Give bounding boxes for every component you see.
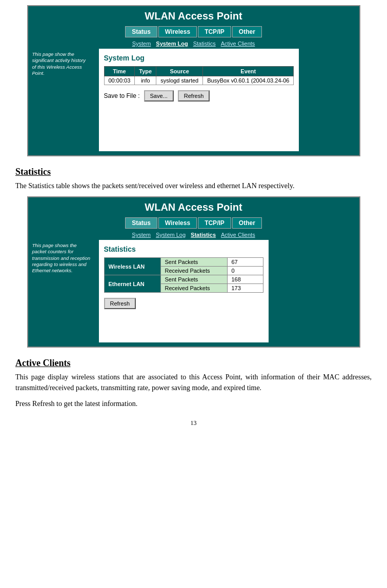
active-clients-heading: Active Clients: [15, 358, 372, 369]
tab-status1[interactable]: Status: [125, 26, 157, 37]
stats-table: Wireless LAN Sent Packets 67 Received Pa…: [104, 257, 263, 293]
screenshot1-frame: WLAN Access Point Status Wireless TCP/IP…: [27, 5, 360, 156]
sub-activeclients2[interactable]: Active Clients: [221, 232, 255, 238]
sidebar2: This page shows the packet counters for …: [28, 240, 95, 347]
frame-inner2: This page shows the packet counters for …: [28, 240, 359, 347]
sub-systemlog1[interactable]: System Log: [156, 40, 188, 47]
log-time: 00:00:03: [104, 76, 135, 85]
tab-tcpip2[interactable]: TCP/IP: [198, 217, 231, 229]
frame-inner1: This page show the significant activity …: [28, 49, 359, 155]
ethernet-sent-row: Ethernet LAN Sent Packets 168: [104, 275, 263, 284]
section-title2: Statistics: [104, 245, 263, 253]
wlan-header2: WLAN Access Point: [28, 197, 359, 215]
refresh-button1[interactable]: Refresh: [178, 90, 210, 102]
tab-status2[interactable]: Status: [125, 217, 157, 229]
save-row: Save to File : Save... Refresh: [104, 90, 294, 102]
wireless-lan-label: Wireless LAN: [104, 258, 160, 275]
active-clients-body2: Press Refresh to get the latest informat…: [15, 398, 372, 409]
tab-tcpip1[interactable]: TCP/IP: [198, 26, 231, 37]
log-col-event: Event: [203, 67, 294, 76]
tab-wireless2[interactable]: Wireless: [158, 217, 197, 229]
wlan-header1: WLAN Access Point: [28, 6, 359, 24]
active-clients-section: Active Clients This page display wireles…: [15, 358, 372, 409]
section-title1: System Log: [104, 54, 294, 62]
tab-wireless1[interactable]: Wireless: [158, 26, 197, 37]
tab-other2[interactable]: Other: [232, 217, 262, 229]
sub-systemlog2[interactable]: System Log: [156, 232, 186, 238]
ethernet-lan-label: Ethernet LAN: [104, 275, 160, 293]
sidebar1: This page show the significant activity …: [28, 49, 95, 155]
log-col-type: Type: [135, 67, 156, 76]
log-type: info: [135, 76, 156, 85]
statistics-heading: Statistics: [15, 167, 372, 177]
wireless-sent-value: 67: [227, 258, 263, 267]
refresh-row: Refresh: [104, 298, 263, 309]
active-clients-body1: This page display wireless stations that…: [15, 372, 372, 393]
wireless-sent-label: Sent Packets: [160, 258, 227, 267]
save-button[interactable]: Save...: [144, 90, 174, 102]
page-number: 13: [15, 419, 372, 427]
log-col-time: Time: [104, 67, 135, 76]
ethernet-received-label: Received Packets: [160, 284, 227, 293]
ethernet-sent-value: 168: [227, 275, 263, 284]
sub-statistics2[interactable]: Statistics: [191, 232, 216, 238]
log-table: Time Type Source Event 00:00:03 info sys…: [104, 66, 294, 85]
ethernet-sent-label: Sent Packets: [160, 275, 227, 284]
refresh-button2[interactable]: Refresh: [104, 298, 136, 309]
statistics-body: The Statistics table shows the packets s…: [15, 180, 372, 191]
log-source: syslogd started: [156, 76, 203, 85]
nav-bar2: Status Wireless TCP/IP Other: [28, 215, 359, 231]
screenshot2-frame: WLAN Access Point Status Wireless TCP/IP…: [27, 196, 360, 348]
sub-nav1: System System Log Statistics Active Clie…: [28, 39, 359, 49]
sub-system1[interactable]: System: [132, 40, 151, 47]
log-event: BusyBox v0.60.1 (2004.03.24-06: [203, 76, 294, 85]
wireless-received-value: 0: [227, 267, 263, 275]
wlan-title1: WLAN Access Point: [145, 10, 242, 22]
sub-activeclients1[interactable]: Active Clients: [221, 40, 255, 47]
sub-nav2: System System Log Statistics Active Clie…: [28, 231, 359, 240]
content-area2: Statistics Wireless LAN Sent Packets 67 …: [99, 240, 269, 342]
nav-bar1: Status Wireless TCP/IP Other: [28, 24, 359, 39]
statistics-section: Statistics The Statistics table shows th…: [15, 167, 372, 191]
log-row-1: 00:00:03 info syslogd started BusyBox v0…: [104, 76, 294, 85]
ethernet-received-value: 173: [227, 284, 263, 293]
content-area1: System Log Time Type Source Event 00:00:…: [99, 49, 299, 151]
log-col-source: Source: [156, 67, 203, 76]
wireless-sent-row: Wireless LAN Sent Packets 67: [104, 258, 263, 267]
tab-other1[interactable]: Other: [232, 26, 262, 37]
sub-statistics1[interactable]: Statistics: [193, 40, 216, 47]
save-label: Save to File :: [104, 92, 140, 99]
wlan-title2: WLAN Access Point: [145, 201, 242, 213]
wireless-received-label: Received Packets: [160, 267, 227, 275]
sub-system2[interactable]: System: [132, 232, 151, 238]
